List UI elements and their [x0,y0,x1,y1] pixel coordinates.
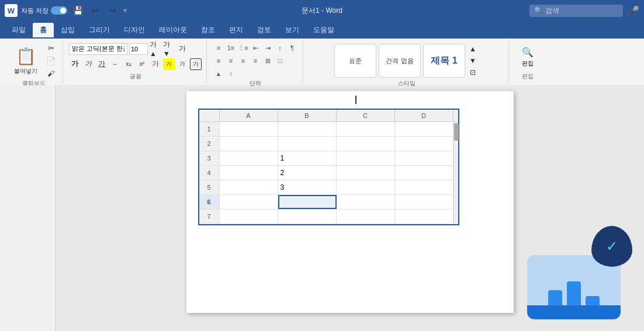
decrease-indent-button[interactable]: ⇤ [250,42,261,54]
align-right-button[interactable]: ≡ [237,55,249,67]
cell-6b-selected[interactable] [278,195,337,209]
cell-4d[interactable] [395,166,453,180]
col-header-d[interactable]: D [395,110,453,121]
font-name-input[interactable] [69,43,127,55]
font-size-input[interactable] [129,43,148,55]
undo-button[interactable]: ↩ [88,5,102,16]
para-row2: ≡ ≡ ≡ ≡ ⊞ □ [213,55,298,67]
show-marks-button[interactable]: ¶ [286,42,298,54]
embedded-excel[interactable]: A B C D 1 [186,109,514,225]
mic-icon[interactable]: 🎤 [628,5,639,16]
cell-4c[interactable] [337,166,395,180]
tab-design[interactable]: 디자인 [117,23,152,37]
table-button[interactable]: ⊞ [262,55,273,67]
change-case-button[interactable]: 가 [176,43,188,55]
cell-2a[interactable] [220,137,278,151]
char-shading-button[interactable]: 가 [176,58,188,70]
line-spacing-button[interactable]: ↕ [225,68,237,79]
find-button[interactable]: 🔍 편집 [516,44,539,70]
para-row3: ▲ ↕ [213,68,298,79]
cell-4a[interactable] [220,166,278,180]
cell-6d[interactable] [395,195,453,209]
cell-5d[interactable] [395,180,453,194]
cell-5a[interactable] [220,180,278,194]
subscript-button[interactable]: x₂ [123,58,134,70]
cell-3a[interactable] [220,151,278,165]
cell-3d[interactable] [395,151,453,165]
cell-5b[interactable]: 3 [278,180,337,194]
tab-insert[interactable]: 삽입 [54,23,82,37]
styles-expand-button[interactable]: ⊡ [467,67,479,78]
cell-2b[interactable] [278,137,337,151]
tab-mailings[interactable]: 편지 [222,23,250,37]
cell-7d[interactable] [395,210,453,224]
font-controls: 가▲ 가▼ 가 가 가 가 ↔ x₂ x² 가 가 가 가 [69,42,202,72]
tab-references[interactable]: 참조 [194,23,222,37]
sort-button[interactable]: ↕ [274,42,286,54]
styles-up-button[interactable]: ▲ [467,43,479,55]
cell-1c[interactable] [337,122,395,136]
tab-draw[interactable]: 그리기 [82,23,117,37]
page[interactable]: A B C D 1 [186,91,514,313]
style-heading1-button[interactable]: 제목 1 [423,44,465,78]
multilevel-list-button[interactable]: ⋮≡ [237,42,249,54]
style-normal-button[interactable]: 표준 [334,44,376,78]
cell-3b[interactable]: 1 [278,151,337,165]
format-painter-button[interactable]: 🖌 [44,68,58,79]
autosave-toggle[interactable] [51,6,67,15]
styles-down-button[interactable]: ▼ [467,55,479,67]
col-header-b[interactable]: B [278,110,337,121]
style-nospace-button[interactable]: 간격 없음 [379,44,421,78]
cell-6a[interactable] [220,195,278,209]
superscript-button[interactable]: x² [136,58,148,70]
col-header-a[interactable]: A [220,110,278,121]
scrollbar-placeholder [453,110,458,121]
row-num-corner [199,110,220,121]
cell-2c[interactable] [337,137,395,151]
col-header-c[interactable]: C [337,110,395,121]
increase-indent-button[interactable]: ⇥ [262,42,273,54]
increase-font-button[interactable]: 가▲ [150,43,161,55]
cell-5c[interactable] [337,180,395,194]
search-box[interactable]: 🔍 검색 [529,5,623,17]
numbered-list-button[interactable]: 1≡ [225,42,237,54]
decrease-font-button[interactable]: 가▼ [163,43,175,55]
cell-7b[interactable] [278,210,337,224]
tab-file[interactable]: 파일 [5,23,33,37]
tab-view[interactable]: 보기 [278,23,306,37]
paste-button[interactable]: 📋 붙여넣기 [9,44,42,78]
cut-button[interactable]: ✂ [44,42,58,54]
save-button[interactable]: 💾 [71,5,85,16]
tab-home[interactable]: 홈 [33,23,54,37]
align-left-button[interactable]: ≡ [213,55,224,67]
cell-7a[interactable] [220,210,278,224]
shading-button[interactable]: ▲ [213,68,224,79]
redo-button[interactable]: ↪ [106,5,120,16]
border-button[interactable]: □ [274,55,286,67]
tab-help[interactable]: 도움말 [306,23,341,37]
highlight-button[interactable]: 가 [163,58,175,70]
font-color-button[interactable]: 가 [150,58,161,70]
toggle-knob [60,8,66,13]
cell-1b[interactable] [278,122,337,136]
italic-button[interactable]: 가 [82,58,94,70]
cell-3c[interactable] [337,151,395,165]
tab-layout[interactable]: 레이아웃 [152,23,194,37]
autosave-label: 자동 저장 [21,6,49,15]
cell-7c[interactable] [337,210,395,224]
justify-button[interactable]: ≡ [250,55,261,67]
strikethrough-button[interactable]: ↔ [109,58,121,70]
bold-button[interactable]: 가 [69,58,81,70]
char-border-button[interactable]: 가 [190,58,202,70]
underline-button[interactable]: 가 [96,58,108,70]
excel-scrollbar[interactable] [453,122,458,224]
cell-1d[interactable] [395,122,453,136]
align-center-button[interactable]: ≡ [225,55,237,67]
cell-1a[interactable] [220,122,278,136]
cell-2d[interactable] [395,137,453,151]
copy-button[interactable]: 📄 [44,55,58,67]
tab-review[interactable]: 검토 [250,23,278,37]
bullet-list-button[interactable]: ≡ [213,42,224,54]
cell-4b[interactable]: 2 [278,166,337,180]
cell-6c[interactable] [337,195,395,209]
